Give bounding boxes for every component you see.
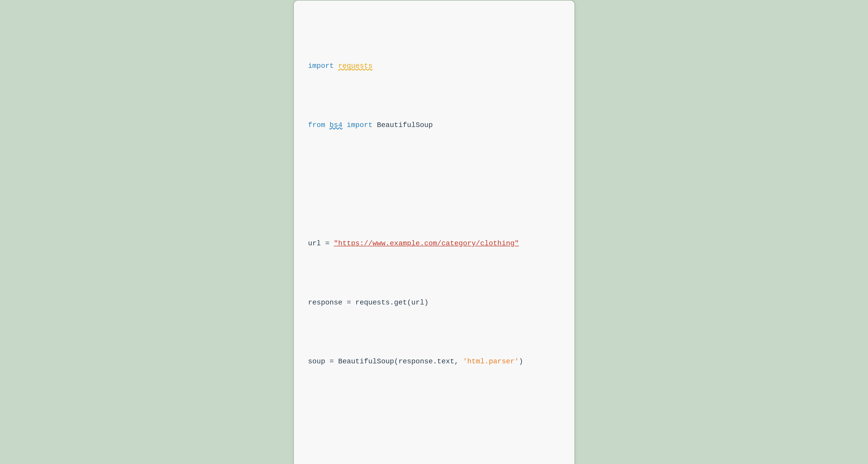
mod-bs4: bs4 [330, 121, 342, 129]
line-1: import requests [308, 60, 560, 72]
val-soup1: BeautifulSoup(response.text, [338, 358, 463, 365]
var-soup: soup [308, 358, 325, 365]
mod-requests: requests [338, 62, 372, 70]
var-response: response [308, 299, 342, 307]
code-block: import requests from bs4 import Beautifu… [308, 13, 560, 464]
line-6: soup = BeautifulSoup(response.text, 'htm… [308, 356, 560, 368]
line-5: response = requests.get(url) [308, 297, 560, 309]
line-2: from bs4 import BeautifulSoup [308, 119, 560, 131]
var-url: url [308, 240, 321, 247]
code-container: import requests from bs4 import Beautifu… [293, 0, 575, 464]
str-url: "https://www.example.com/category/clothi… [334, 240, 519, 247]
eq-1: = [321, 240, 334, 247]
line-blank-1 [308, 179, 560, 190]
str-html-parser: 'html.parser' [463, 358, 519, 365]
line-4: url = "https://www.example.com/category/… [308, 238, 560, 249]
kw-import: import [308, 62, 334, 70]
kw-from: from [308, 121, 325, 129]
line-blank-2 [308, 415, 560, 427]
eq-3: = [325, 358, 338, 365]
val-response: requests.get(url) [355, 299, 429, 307]
val-soup-close: ) [519, 358, 523, 365]
kw-import2: import [347, 121, 373, 129]
class-beautifulsoup: BeautifulSoup [377, 121, 433, 129]
eq-2: = [342, 299, 355, 307]
